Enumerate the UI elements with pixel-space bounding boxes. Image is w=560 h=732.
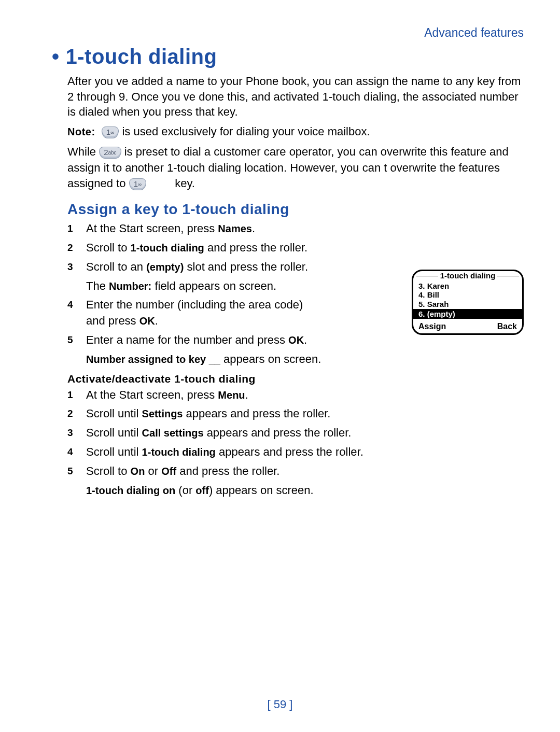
page-title: •1-touch dialing: [52, 45, 524, 68]
phone-list: 3. Karen 4. Bill 5. Sarah 6. (empty): [413, 280, 522, 319]
step-5: Enter a name for the number and press OK…: [67, 332, 325, 368]
while-paragraph: While 2abc is preset to dial a customer …: [67, 144, 524, 192]
step-4: Enter the number (including the area cod…: [67, 297, 325, 329]
key-1-icon: 1∞: [102, 126, 119, 138]
page-title-text: 1-touch dialing: [66, 45, 217, 68]
phone-row-5: 5. Sarah: [418, 300, 517, 308]
activate-step-4: Scroll until 1-touch dialing appears and…: [67, 444, 524, 460]
assign-heading: Assign a key to 1-touch dialing: [67, 201, 524, 218]
intro-paragraph: After you ve added a name to your Phone …: [67, 74, 524, 120]
step-1: At the Start screen, press Names.: [67, 221, 325, 237]
phone-row-4: 4. Bill: [418, 290, 517, 299]
phone-row-6-selected: 6. (empty): [413, 309, 522, 319]
phone-screen-illustration: 1-touch dialing 3. Karen 4. Bill 5. Sara…: [412, 270, 524, 335]
activate-step-3: Scroll until Call settings appears and p…: [67, 425, 524, 441]
note-label: Note:: [67, 126, 95, 137]
key-1b-icon: 1∞: [129, 178, 146, 190]
activate-steps-list: At the Start screen, press Menu. Scroll …: [67, 387, 524, 499]
note-text: is used exclusively for dialing your voi…: [122, 125, 370, 138]
section-header: Advanced features: [67, 26, 524, 40]
phone-row-3: 3. Karen: [418, 281, 517, 290]
note-line: Note: 1∞ is used exclusively for dialing…: [67, 124, 524, 140]
step-3: Scroll to an (empty) slot and press the …: [67, 259, 325, 294]
activate-step-5: Scroll to On or Off and press the roller…: [67, 463, 524, 499]
softkey-assign: Assign: [418, 322, 446, 331]
activate-heading: Activate/deactivate 1-touch dialing: [67, 373, 524, 385]
activate-step-2: Scroll until Settings appears and press …: [67, 406, 524, 422]
phone-title: 1-touch dialing: [438, 271, 498, 280]
activate-step-1: At the Start screen, press Menu.: [67, 387, 524, 403]
step-2: Scroll to 1-touch dialing and press the …: [67, 240, 325, 256]
page-number: [ 59 ]: [0, 698, 560, 711]
key-2-icon: 2abc: [99, 147, 121, 159]
phone-softkeys: Assign Back: [413, 319, 522, 333]
softkey-back: Back: [497, 322, 517, 331]
